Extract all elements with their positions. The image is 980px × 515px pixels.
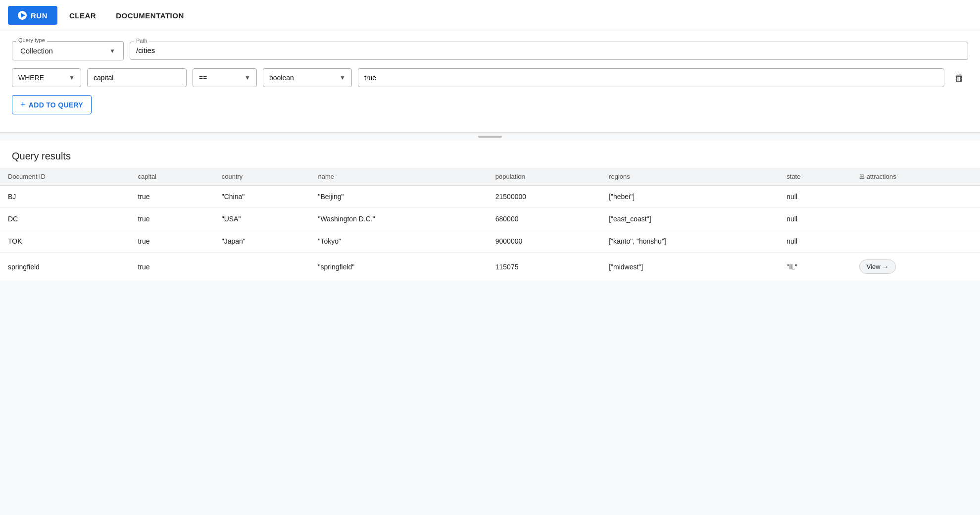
type-select[interactable]: boolean ▼ [263,68,352,87]
trash-icon: 🗑 [954,72,964,84]
filter-value-input[interactable] [358,68,944,87]
table-cell: true [130,253,213,281]
table-row: springfieldtrue"springfield"115075["midw… [0,253,980,281]
table-cell: 115075 [488,253,601,281]
query-type-legend: Query type [16,37,47,43]
path-legend: Path [134,38,149,44]
query-type-value: Collection [20,47,105,55]
table-cell: 680000 [488,208,601,230]
plus-icon: + [20,100,26,110]
path-input[interactable] [136,44,962,55]
col-doc-id: Document ID [0,168,130,186]
add-query-row: + ADD TO QUERY [12,95,968,114]
clear-button[interactable]: CLEAR [61,6,104,25]
operator-chevron-icon: ▼ [245,74,250,81]
table-cell: DC [0,208,130,230]
table-cell: "China" [214,186,310,208]
table-cell: "Japan" [214,230,310,253]
query-type-select[interactable]: Collection ▼ [18,44,117,56]
table-cell: 21500000 [488,186,601,208]
type-chevron-icon: ▼ [340,74,345,81]
table-cell: ["east_coast"] [601,208,779,230]
toolbar: RUN CLEAR DOCUMENTATION [0,0,980,31]
where-chevron-icon: ▼ [69,74,75,81]
table-cell: true [130,230,213,253]
table-cell: "USA" [214,208,310,230]
table-cell: "Beijing" [310,186,488,208]
results-table-header: Document ID capital country name populat… [0,168,980,186]
table-cell: springfield [0,253,130,281]
attractions-cell [851,230,980,253]
table-cell: "Washington D.C." [310,208,488,230]
type-value: boolean [269,74,336,82]
table-cell: ["kanto", "honshu"] [601,230,779,253]
results-section: Query results Document ID capital countr… [0,141,980,281]
table-row: TOKtrue"Japan""Tokyo"9000000["kanto", "h… [0,230,980,253]
attractions-cell [851,208,980,230]
query-type-fieldset: Query type Collection ▼ [12,41,124,60]
run-button[interactable]: RUN [8,6,57,25]
drag-handle[interactable] [478,136,502,138]
play-icon [18,11,27,20]
table-cell: BJ [0,186,130,208]
delete-filter-button[interactable]: 🗑 [950,70,968,86]
where-row: WHERE ▼ == ▼ boolean ▼ 🗑 [12,68,968,87]
add-to-query-button[interactable]: + ADD TO QUERY [12,95,92,114]
results-title: Query results [0,141,980,168]
play-triangle-icon [21,13,25,18]
path-fieldset: Path [130,42,968,60]
chevron-down-icon: ▼ [109,48,115,54]
table-cell: ["midwest"] [601,253,779,281]
table-cell: ["hebei"] [601,186,779,208]
where-label: WHERE [18,74,65,82]
operator-value: == [199,74,241,82]
documentation-button[interactable]: DOCUMENTATION [108,6,192,25]
header-row: Document ID capital country name populat… [0,168,980,186]
col-attractions: ⊞attractions [851,168,980,186]
attractions-cell: View → [851,253,980,281]
results-table-body: BJtrue"China""Beijing"21500000["hebei"]n… [0,186,980,281]
table-cell: null [779,230,851,253]
operator-select[interactable]: == ▼ [193,68,257,87]
col-population: population [488,168,601,186]
table-cell: "IL" [779,253,851,281]
table-cell: true [130,208,213,230]
table-row: DCtrue"USA""Washington D.C."680000["east… [0,208,980,230]
table-cell: null [779,208,851,230]
results-table: Document ID capital country name populat… [0,168,980,281]
col-regions: regions [601,168,779,186]
drag-handle-area [0,133,980,141]
add-to-query-label: ADD TO QUERY [29,101,83,109]
table-cell: "springfield" [310,253,488,281]
query-builder: Query type Collection ▼ Path WHERE ▼ == … [0,31,980,133]
attractions-cell [851,186,980,208]
where-select[interactable]: WHERE ▼ [12,68,81,87]
table-cell: "Tokyo" [310,230,488,253]
col-capital: capital [130,168,213,186]
table-row: BJtrue"China""Beijing"21500000["hebei"]n… [0,186,980,208]
table-cell: true [130,186,213,208]
table-cell: TOK [0,230,130,253]
query-type-row: Query type Collection ▼ Path [12,41,968,60]
field-input[interactable] [87,68,187,87]
table-cell [214,253,310,281]
col-name: name [310,168,488,186]
table-cell: 9000000 [488,230,601,253]
run-label: RUN [31,11,48,20]
view-button[interactable]: View → [859,259,896,274]
col-state: state [779,168,851,186]
table-cell: null [779,186,851,208]
col-country: country [214,168,310,186]
collection-icon: ⊞ [859,173,865,180]
